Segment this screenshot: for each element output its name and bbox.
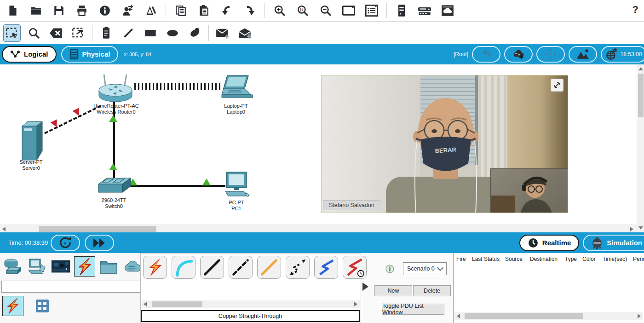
- new-file-button[interactable]: [5, 2, 21, 19]
- simple-pdu-envelope-icon: [216, 27, 230, 39]
- fast-forward-button[interactable]: [85, 235, 114, 251]
- delete-tool-button[interactable]: [48, 25, 64, 41]
- scenario-delete-button[interactable]: Delete: [413, 285, 451, 296]
- wireless-link[interactable]: [134, 83, 221, 90]
- scroll-right-icon[interactable]: [630, 227, 633, 231]
- canvas-horizontal-scrollbar[interactable]: [0, 225, 637, 233]
- drawing-palette-window-button[interactable]: [340, 2, 357, 19]
- scroll-left-icon[interactable]: [2, 227, 6, 231]
- scenario-info-icon[interactable]: [385, 265, 394, 273]
- cable-switch-pc[interactable]: [127, 185, 225, 187]
- add-complex-pdu-button[interactable]: [236, 25, 253, 41]
- zoom-in-button[interactable]: [271, 2, 288, 19]
- video-call-overlay[interactable]: BERAR ♡ Stefano Salvadori: [321, 75, 568, 213]
- info-button[interactable]: [97, 2, 113, 19]
- scrollbar-thumb[interactable]: [39, 226, 156, 232]
- select-tool-button[interactable]: [4, 25, 20, 41]
- category-connections[interactable]: [75, 257, 95, 276]
- scrollbar-thumb[interactable]: [152, 301, 202, 307]
- drawing-palette-button[interactable]: [143, 2, 159, 19]
- scroll-down-icon[interactable]: [638, 226, 643, 230]
- zoom-out-button[interactable]: [317, 2, 334, 19]
- category-multiuser[interactable]: [122, 257, 143, 276]
- tab-realtime[interactable]: Realtime: [519, 235, 580, 251]
- new-cluster-button[interactable]: [504, 46, 533, 63]
- subcategory-connections[interactable]: [3, 296, 23, 316]
- category-end-devices[interactable]: [27, 257, 47, 276]
- category-network-devices[interactable]: [3, 257, 23, 276]
- cable-serial-dce-button[interactable]: [343, 256, 367, 279]
- cloud-window-button[interactable]: [439, 2, 456, 19]
- scrollbar-thumb[interactable]: [465, 313, 583, 319]
- scroll-right-icon[interactable]: [354, 302, 357, 306]
- video-pip-self-view[interactable]: [490, 168, 568, 213]
- category-components[interactable]: [51, 257, 71, 276]
- device-pc[interactable]: [223, 171, 251, 199]
- undo-button[interactable]: [218, 2, 235, 19]
- draw-rectangle-button[interactable]: [142, 25, 159, 41]
- pdu-list-scrollbar[interactable]: [454, 312, 643, 320]
- selected-cable-label: Copper Straight-Through: [141, 310, 360, 322]
- cursor-coordinates: x: 305, y: 84: [124, 52, 151, 57]
- open-file-button[interactable]: [28, 2, 44, 19]
- cable-fiber-button[interactable]: [257, 256, 281, 279]
- inspect-tool-button[interactable]: [26, 25, 42, 41]
- heart-icon[interactable]: ♡: [325, 78, 331, 87]
- add-simple-pdu-button[interactable]: [214, 25, 231, 41]
- print-button[interactable]: [74, 2, 90, 19]
- category-miscellaneous[interactable]: [98, 257, 119, 276]
- draw-ellipse-button[interactable]: [164, 25, 181, 41]
- back-navigation-button[interactable]: [472, 46, 500, 63]
- viewport-button[interactable]: [393, 2, 410, 19]
- environment-globe-icon: [606, 48, 618, 60]
- custom-devices-dialog-button[interactable]: [363, 2, 380, 19]
- place-note-button[interactable]: [98, 25, 115, 41]
- scroll-left-icon[interactable]: [144, 302, 147, 306]
- scroll-left-icon[interactable]: [457, 314, 460, 318]
- set-tiled-background-button[interactable]: [569, 46, 597, 63]
- view-all-devices-button[interactable]: [32, 296, 52, 316]
- cable-phone-button[interactable]: [286, 256, 310, 279]
- scrollbar-thumb[interactable]: [638, 74, 644, 117]
- save-button[interactable]: [51, 2, 67, 19]
- link-status-up-icon: [109, 163, 117, 170]
- canvas-vertical-scrollbar[interactable]: [637, 64, 644, 232]
- tab-physical[interactable]: Physical: [61, 46, 119, 63]
- move-object-button[interactable]: [536, 46, 565, 63]
- cable-copper-crossover-button[interactable]: [229, 256, 253, 279]
- tab-simulation[interactable]: Simulation: [583, 235, 644, 251]
- switch-icon: [96, 176, 133, 197]
- cable-coaxial-button[interactable]: [314, 256, 338, 279]
- cable-palette-scrollbar[interactable]: [142, 300, 360, 308]
- scenario-select[interactable]: Scenario 0: [403, 262, 447, 275]
- cable-console-button[interactable]: [172, 256, 196, 279]
- move-arrows-icon: [545, 48, 557, 60]
- tab-logical[interactable]: Logical: [2, 46, 57, 63]
- resize-tool-button[interactable]: [70, 25, 86, 41]
- scenario-new-button[interactable]: New: [374, 285, 412, 296]
- activity-wizard-button[interactable]: [120, 2, 136, 19]
- toggle-pdu-list-button[interactable]: Toggle PDU List Window: [382, 304, 444, 315]
- device-switch[interactable]: [96, 176, 133, 197]
- redo-button[interactable]: [242, 2, 258, 19]
- cable-auto-button[interactable]: [143, 256, 167, 279]
- draw-line-button[interactable]: [120, 25, 137, 41]
- device-server[interactable]: [18, 121, 44, 163]
- scroll-up-icon[interactable]: [638, 67, 643, 70]
- device-wireless-router[interactable]: [94, 74, 137, 104]
- device-laptop[interactable]: [220, 75, 253, 100]
- draw-freeform-button[interactable]: [186, 25, 203, 41]
- help-button[interactable]: ?: [632, 4, 638, 16]
- device-filter-input[interactable]: [1, 281, 141, 293]
- device-dialog-button[interactable]: [416, 2, 433, 19]
- paste-button[interactable]: [196, 2, 212, 19]
- expand-video-button[interactable]: [551, 79, 564, 92]
- power-cycle-button[interactable]: [51, 235, 80, 251]
- connections-lightning-icon: [5, 297, 21, 315]
- cable-copper-straight-button[interactable]: [200, 256, 224, 279]
- scroll-right-icon[interactable]: [638, 314, 641, 318]
- zoom-reset-button[interactable]: R: [294, 2, 311, 19]
- toolbar-separator: [166, 3, 166, 18]
- environment-button[interactable]: 18:53:00: [601, 46, 644, 63]
- copy-button[interactable]: [172, 2, 189, 19]
